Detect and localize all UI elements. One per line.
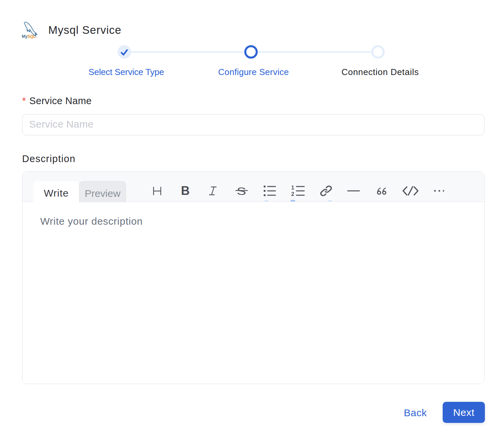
svg-text:2: 2 (291, 191, 294, 197)
svg-text:1: 1 (291, 185, 294, 191)
svg-text:MySQL.: MySQL. (22, 34, 37, 39)
